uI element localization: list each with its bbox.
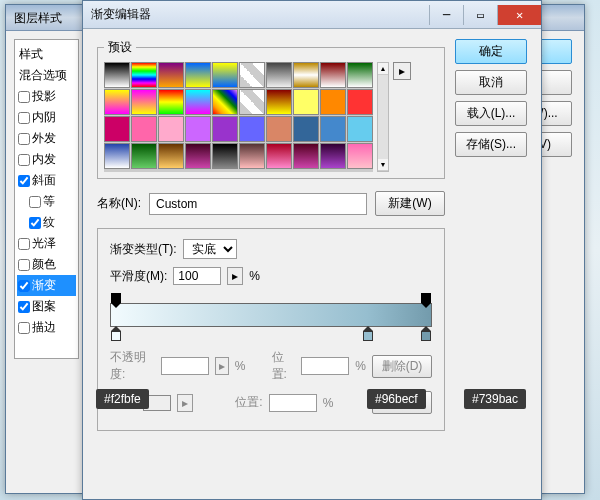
opacity-input	[161, 357, 209, 375]
preset-swatch[interactable]	[212, 116, 238, 142]
minimize-button[interactable]: ─	[429, 5, 463, 25]
preset-swatch[interactable]	[212, 62, 238, 88]
preset-swatch[interactable]	[158, 89, 184, 115]
style-list-item[interactable]: 纹	[17, 212, 76, 233]
style-checkbox[interactable]	[18, 238, 30, 250]
style-list-item[interactable]: 描边	[17, 317, 76, 338]
scroll-down-icon[interactable]: ▼	[378, 159, 388, 171]
color-stop[interactable]	[363, 331, 373, 341]
style-checkbox[interactable]	[18, 175, 30, 187]
style-list-item[interactable]: 外发	[17, 128, 76, 149]
style-list-item[interactable]: 投影	[17, 86, 76, 107]
preset-swatch[interactable]	[293, 89, 319, 115]
percent-label: %	[249, 269, 260, 283]
preset-swatch[interactable]	[185, 62, 211, 88]
preset-swatch[interactable]	[320, 89, 346, 115]
preset-swatch[interactable]	[131, 89, 157, 115]
style-checkbox[interactable]	[18, 280, 30, 292]
percent-label-2: %	[235, 359, 246, 373]
style-checkbox[interactable]	[18, 259, 30, 271]
preset-swatch[interactable]	[212, 89, 238, 115]
style-checkbox[interactable]	[29, 196, 41, 208]
preset-swatch[interactable]	[320, 143, 346, 169]
name-label: 名称(N):	[97, 195, 141, 212]
name-input[interactable]	[149, 193, 367, 215]
preset-swatch[interactable]	[185, 143, 211, 169]
preset-swatch[interactable]	[293, 143, 319, 169]
style-list-item[interactable]: 光泽	[17, 233, 76, 254]
maximize-button[interactable]: ▭	[463, 5, 497, 25]
preset-swatch[interactable]	[104, 116, 130, 142]
smoothness-input[interactable]	[173, 267, 221, 285]
percent-label-3: %	[355, 359, 366, 373]
preset-swatch[interactable]	[104, 62, 130, 88]
style-list-item[interactable]: 渐变	[17, 275, 76, 296]
preset-swatch[interactable]	[185, 89, 211, 115]
preset-swatch[interactable]	[158, 143, 184, 169]
scroll-up-icon[interactable]: ▲	[378, 63, 388, 75]
style-checkbox[interactable]	[18, 112, 30, 124]
preset-menu-button[interactable]: ▸	[393, 62, 411, 80]
preset-swatch[interactable]	[347, 143, 373, 169]
opacity-stop[interactable]	[421, 293, 431, 303]
preset-swatch[interactable]	[212, 143, 238, 169]
preset-swatch[interactable]	[266, 116, 292, 142]
color-stop[interactable]	[111, 331, 121, 341]
style-checkbox[interactable]	[18, 91, 30, 103]
preset-swatch[interactable]	[293, 62, 319, 88]
preset-swatch[interactable]	[131, 116, 157, 142]
preset-swatch[interactable]	[158, 116, 184, 142]
color-stop[interactable]	[421, 331, 431, 341]
preset-swatch[interactable]	[131, 143, 157, 169]
preset-swatch[interactable]	[185, 116, 211, 142]
ok-button[interactable]: 确定	[455, 39, 527, 64]
gradient-type-select[interactable]: 实底	[183, 239, 237, 259]
color-picker-button[interactable]: ▸	[177, 394, 193, 412]
preset-swatch[interactable]	[347, 89, 373, 115]
style-item-label: 光泽	[32, 235, 56, 252]
save-button[interactable]: 存储(S)...	[455, 132, 527, 157]
preset-scrollbar[interactable]: ▲ ▼	[377, 62, 389, 172]
style-list-item[interactable]: 图案	[17, 296, 76, 317]
style-checkbox[interactable]	[18, 301, 30, 313]
color-tooltip-3: #739bac	[464, 389, 526, 409]
style-list-item[interactable]: 颜色	[17, 254, 76, 275]
gradient-editor-titlebar[interactable]: 渐变编辑器 ─ ▭ ✕	[83, 1, 541, 29]
preset-swatch[interactable]	[239, 116, 265, 142]
new-gradient-button[interactable]: 新建(W)	[375, 191, 445, 216]
preset-swatch[interactable]	[293, 116, 319, 142]
preset-swatch[interactable]	[347, 62, 373, 88]
close-button[interactable]: ✕	[497, 5, 541, 25]
style-checkbox[interactable]	[29, 217, 41, 229]
preset-swatch[interactable]	[239, 89, 265, 115]
style-item-label: 等	[43, 193, 55, 210]
preset-swatch[interactable]	[131, 62, 157, 88]
preset-swatch[interactable]	[239, 62, 265, 88]
style-list-item[interactable]: 内阴	[17, 107, 76, 128]
preset-swatch[interactable]	[266, 143, 292, 169]
preset-swatch[interactable]	[266, 62, 292, 88]
style-list-item[interactable]: 斜面	[17, 170, 76, 191]
style-checkbox[interactable]	[18, 133, 30, 145]
preset-swatch[interactable]	[266, 89, 292, 115]
delete-opacity-stop-button[interactable]: 删除(D)	[372, 355, 432, 378]
preset-swatch[interactable]	[320, 116, 346, 142]
blend-header: 混合选项	[17, 65, 76, 86]
preset-swatch[interactable]	[104, 143, 130, 169]
style-checkbox[interactable]	[18, 154, 30, 166]
preset-swatch[interactable]	[239, 143, 265, 169]
gradient-preview-bar[interactable]	[110, 303, 432, 327]
style-checkbox[interactable]	[18, 322, 30, 334]
style-list-item[interactable]: 等	[17, 191, 76, 212]
layer-style-title: 图层样式	[14, 11, 62, 25]
preset-swatch[interactable]	[104, 89, 130, 115]
preset-swatch[interactable]	[347, 116, 373, 142]
style-list-item[interactable]: 内发	[17, 149, 76, 170]
load-button[interactable]: 载入(L)...	[455, 101, 527, 126]
cancel-button[interactable]: 取消	[455, 70, 527, 95]
scrollbar-track[interactable]	[378, 75, 388, 159]
opacity-stop[interactable]	[111, 293, 121, 303]
preset-swatch[interactable]	[320, 62, 346, 88]
smoothness-stepper[interactable]: ▸	[227, 267, 243, 285]
preset-swatch[interactable]	[158, 62, 184, 88]
